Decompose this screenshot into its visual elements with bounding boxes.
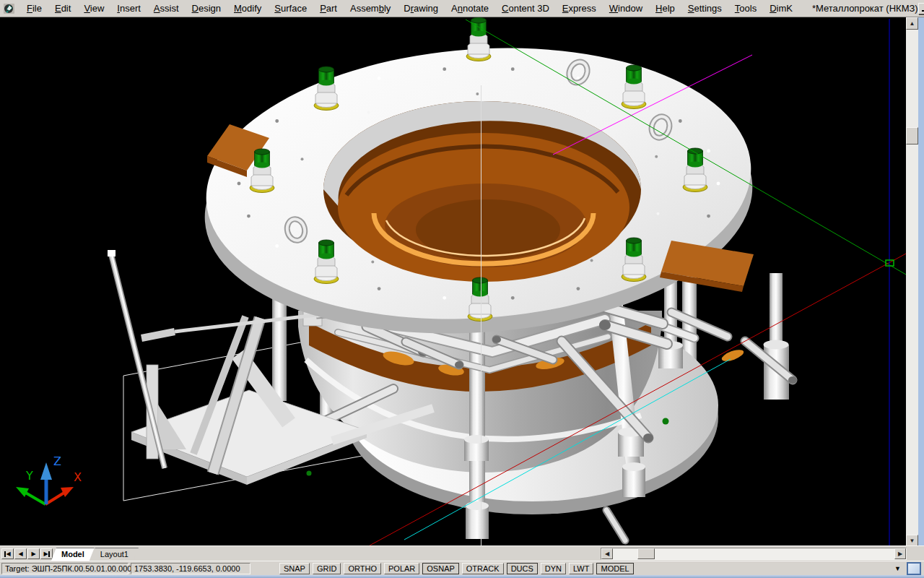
status-bar: Target: ЭШП-25ПК.00.50.01.00.000_ 1753.3… bbox=[0, 561, 924, 575]
next-tab-icon: ▶ bbox=[31, 551, 35, 557]
minimize-icon bbox=[922, 5, 924, 12]
command-target-field[interactable]: Target: ЭШП-25ПК.00.50.01.00.000_ bbox=[1, 563, 128, 574]
toggle-snap[interactable]: SNAP bbox=[279, 563, 310, 574]
menu-insert[interactable]: Insert bbox=[110, 1, 147, 16]
document-title: *Металлопрокат (НКМЗ) bbox=[812, 3, 918, 14]
scroll-up-button[interactable]: ▲ bbox=[906, 17, 918, 30]
menu-assist[interactable]: Assist bbox=[147, 1, 186, 16]
menu-settings[interactable]: Settings bbox=[681, 1, 728, 16]
green-fitting bbox=[663, 418, 669, 425]
menu-dimk[interactable]: DimK bbox=[763, 1, 799, 16]
prev-tab-button[interactable]: ◀ bbox=[14, 548, 27, 559]
menu-help[interactable]: Help bbox=[649, 1, 681, 16]
arrow-left-icon: ◀ bbox=[605, 551, 609, 557]
arrow-up-icon: ▲ bbox=[910, 20, 915, 27]
first-tab-button[interactable]: ◀ bbox=[1, 548, 14, 559]
horizontal-scroll-thumb[interactable] bbox=[637, 548, 655, 559]
minimize-button[interactable] bbox=[918, 3, 924, 14]
menu-express[interactable]: Express bbox=[556, 1, 603, 16]
menu-drawing[interactable]: Drawing bbox=[397, 1, 445, 16]
toggle-lwt[interactable]: LWT bbox=[569, 563, 593, 574]
menu-view[interactable]: View bbox=[77, 1, 110, 16]
model-canvas: Z Y X bbox=[0, 17, 906, 545]
vertical-scroll-thumb[interactable] bbox=[906, 127, 918, 144]
tab-model[interactable]: Model bbox=[51, 548, 95, 561]
menu-bar: FileEditViewInsertAssistDesignModifySurf… bbox=[0, 0, 924, 17]
scroll-left-button[interactable]: ◀ bbox=[601, 548, 613, 559]
toggle-dyn[interactable]: DYN bbox=[541, 563, 566, 574]
status-bar-right: ▼ bbox=[894, 562, 921, 575]
layout-tabs: ModelLayout1 bbox=[56, 547, 139, 561]
toggle-ducs[interactable]: DUCS bbox=[507, 563, 538, 574]
horizontal-scrollbar[interactable]: ◀ ▶ bbox=[601, 548, 907, 560]
prev-tab-icon: ◀ bbox=[18, 551, 22, 557]
assembly-model: Z Y X bbox=[16, 17, 906, 545]
model-viewport[interactable]: Z Y X bbox=[0, 17, 906, 545]
next-tab-button[interactable]: ▶ bbox=[27, 548, 40, 559]
cad-document-icon bbox=[3, 2, 16, 15]
toggle-otrack[interactable]: OTRACK bbox=[462, 563, 504, 574]
ucs-z-label: Z bbox=[53, 454, 61, 468]
window-edge-bottom bbox=[0, 575, 924, 578]
tab-navigation: ◀◀▶▶ bbox=[1, 548, 53, 559]
menu-edit[interactable]: Edit bbox=[48, 1, 77, 16]
menu-surface[interactable]: Surface bbox=[268, 1, 313, 16]
arrow-down-icon: ▼ bbox=[910, 538, 915, 544]
toggle-osnap[interactable]: OSNAP bbox=[422, 563, 459, 574]
menu-file[interactable]: File bbox=[20, 1, 48, 16]
ucs-x-axis bbox=[45, 487, 74, 504]
application-window: FileEditViewInsertAssistDesignModifySurf… bbox=[0, 0, 924, 578]
window-controls: × bbox=[918, 3, 924, 14]
ucs-y-label: Y bbox=[25, 469, 33, 483]
menu-items: FileEditViewInsertAssistDesignModifySurf… bbox=[20, 1, 799, 16]
ucs-y-axis bbox=[16, 487, 45, 504]
scroll-right-button[interactable]: ▶ bbox=[894, 548, 906, 559]
clean-screen-button[interactable] bbox=[907, 562, 921, 575]
toggle-model[interactable]: MODEL bbox=[596, 563, 633, 574]
last-tab-button[interactable]: ▶ bbox=[40, 548, 53, 559]
toggle-ortho[interactable]: ORTHO bbox=[344, 563, 381, 574]
layout-tab-row: ◀◀▶▶ ModelLayout1 ◀ ▶ bbox=[0, 545, 924, 561]
green-fitting bbox=[307, 471, 312, 476]
first-tab-icon: ◀ bbox=[6, 551, 10, 557]
menu-modify[interactable]: Modify bbox=[227, 1, 268, 16]
ucs-x-label: X bbox=[74, 470, 82, 484]
status-menu-arrow-icon[interactable]: ▼ bbox=[894, 565, 901, 572]
menu-assembly[interactable]: Assembly bbox=[344, 1, 397, 16]
window-edge-right bbox=[918, 17, 924, 547]
arrow-right-icon: ▶ bbox=[898, 551, 902, 557]
menu-design[interactable]: Design bbox=[186, 1, 227, 16]
coordinates-readout[interactable]: 1753.3830, -119.6653, 0.0000 bbox=[131, 563, 250, 574]
menu-tools[interactable]: Tools bbox=[728, 1, 763, 16]
menu-annotate[interactable]: Annotate bbox=[445, 1, 495, 16]
toggle-grid[interactable]: GRID bbox=[313, 563, 341, 574]
menu-content-3d[interactable]: Content 3D bbox=[495, 1, 556, 16]
ucs-z-axis bbox=[40, 462, 52, 504]
vertical-scrollbar[interactable]: ▲ ▼ bbox=[906, 17, 918, 547]
toggle-polar[interactable]: POLAR bbox=[384, 563, 419, 574]
menu-part[interactable]: Part bbox=[313, 1, 344, 16]
status-toggles: SNAPGRIDORTHOPOLAROSNAPOTRACKDUCSDYNLWTM… bbox=[279, 563, 634, 574]
ucs-icon: Z Y X bbox=[16, 454, 82, 504]
menu-window[interactable]: Window bbox=[603, 1, 649, 16]
tab-layout1[interactable]: Layout1 bbox=[90, 548, 139, 561]
